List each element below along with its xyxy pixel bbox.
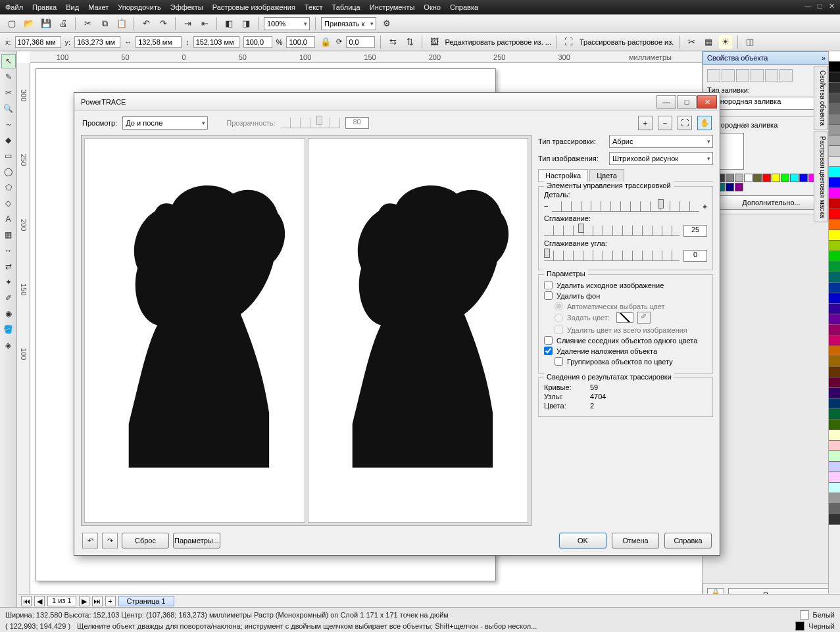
menu-file[interactable]: Файл	[5, 3, 23, 11]
palette-color[interactable]	[829, 304, 840, 314]
detail-minus-icon[interactable]: −	[544, 203, 548, 210]
palette-color[interactable]	[829, 420, 840, 430]
redo-button[interactable]: ↷	[102, 533, 118, 548]
help-button[interactable]: Справка	[664, 533, 712, 548]
palette-color[interactable]	[829, 178, 840, 188]
dialog-minimize-icon[interactable]: —	[656, 95, 676, 109]
app-launch-icon[interactable]: ◧	[222, 17, 235, 30]
palette-color[interactable]	[829, 251, 840, 262]
detail-plus-icon[interactable]: +	[703, 203, 707, 210]
y-field[interactable]: 163,273 мм	[74, 36, 120, 48]
fill-tab-4[interactable]	[751, 69, 764, 82]
dimension-tool[interactable]: ↔	[1, 243, 16, 258]
menu-help[interactable]: Справка	[450, 3, 478, 11]
zoom-combo[interactable]: 100%	[264, 17, 310, 30]
fill-tab-2[interactable]	[722, 69, 735, 82]
trace-type-combo[interactable]: Абрис	[609, 135, 713, 148]
palette-color[interactable]	[829, 104, 840, 114]
options-icon[interactable]: ⚙	[380, 17, 393, 30]
scale-x-field[interactable]: 100,0	[243, 36, 272, 48]
scale-y-field[interactable]: 100,0	[286, 36, 315, 48]
trace-bitmap-btn[interactable]: Трассировать растровое из.	[580, 38, 674, 46]
menu-layout[interactable]: Макет	[88, 3, 109, 11]
corner-value[interactable]: 0	[683, 250, 707, 262]
fit-icon[interactable]: ⛶	[678, 116, 692, 130]
palette-color[interactable]	[829, 167, 840, 178]
fill-tool[interactable]: 🪣	[1, 322, 16, 337]
dialog-close-icon[interactable]: ✕	[697, 95, 717, 109]
copy-icon[interactable]: ⧉	[98, 17, 111, 30]
smartfill-tool[interactable]: ◆	[1, 133, 16, 147]
palette-color[interactable]	[829, 262, 840, 272]
swatch[interactable]	[753, 174, 762, 182]
palette-color[interactable]	[829, 209, 840, 220]
page-first-icon[interactable]: ⏮	[21, 596, 32, 606]
freehand-tool[interactable]: ～	[1, 117, 16, 132]
object-properties-header[interactable]: Свойства объекта » ✕	[703, 51, 840, 64]
palette-color[interactable]	[829, 220, 840, 230]
palette-color[interactable]	[829, 135, 840, 146]
crop-icon[interactable]: ✂	[685, 36, 698, 49]
resample-icon[interactable]: ▦	[702, 36, 715, 49]
opt-delete-original[interactable]: Удалить исходное изображение	[544, 281, 707, 289]
dialog-maximize-icon[interactable]: □	[677, 95, 697, 109]
docker-tab-object-props[interactable]: Свойства объекта	[814, 66, 828, 130]
palette-color[interactable]	[829, 114, 840, 125]
palette-color[interactable]	[829, 293, 840, 304]
palette-color[interactable]	[829, 356, 840, 367]
zoom-tool[interactable]: 🔍	[1, 101, 16, 116]
palette-color[interactable]	[829, 493, 840, 504]
palette-color[interactable]	[829, 188, 840, 199]
palette-color[interactable]	[829, 409, 840, 420]
shape-tool[interactable]: ✎	[1, 70, 16, 84]
rectangle-tool[interactable]: ▭	[1, 149, 16, 163]
new-icon[interactable]: ▢	[5, 17, 18, 30]
menu-window[interactable]: Окно	[424, 3, 441, 11]
wrap-icon[interactable]: ◫	[743, 36, 756, 49]
palette-color[interactable]	[829, 125, 840, 135]
paste-icon[interactable]: 📋	[115, 17, 128, 30]
corner-slider[interactable]	[544, 251, 679, 261]
swatch[interactable]	[790, 174, 799, 182]
welcome-icon[interactable]: ◨	[239, 17, 253, 30]
menu-tools[interactable]: Инструменты	[370, 3, 415, 11]
cancel-button[interactable]: Отмена	[612, 533, 659, 548]
palette-color[interactable]	[829, 472, 840, 483]
fill-tab-5[interactable]	[765, 69, 778, 82]
palette-color[interactable]	[829, 514, 840, 525]
zoom-in-icon[interactable]: ＋	[638, 116, 653, 130]
palette-color[interactable]	[829, 146, 840, 157]
interactive-tool[interactable]: ✦	[1, 275, 16, 289]
undo-icon[interactable]: ↶	[139, 17, 153, 30]
palette-color[interactable]	[829, 283, 840, 293]
palette-color[interactable]	[829, 272, 840, 283]
trace-bitmap-icon[interactable]: ⛶	[562, 36, 576, 49]
ellipse-tool[interactable]: ◯	[1, 164, 16, 179]
print-icon[interactable]: 🖨	[57, 17, 70, 30]
palette-color[interactable]	[829, 346, 840, 356]
brightness-icon[interactable]: ☀	[719, 36, 732, 49]
page-last-icon[interactable]: ⏭	[92, 596, 103, 606]
menu-text[interactable]: Текст	[305, 3, 323, 11]
outline-tool[interactable]: ◉	[1, 306, 16, 321]
edit-bitmap-btn[interactable]: Редактировать растровое из. ...	[445, 38, 551, 46]
mirror-v-icon[interactable]: ⇅	[403, 36, 416, 49]
swatch[interactable]	[735, 183, 743, 191]
palette-color[interactable]	[829, 451, 840, 462]
undo-button[interactable]: ↶	[82, 533, 98, 548]
preview-mode-combo[interactable]: До и после	[122, 116, 208, 130]
opt-remove-bg[interactable]: Удалить фон	[544, 291, 707, 300]
detail-slider[interactable]	[552, 201, 699, 212]
preview-after[interactable]	[308, 138, 529, 523]
page-add-icon[interactable]: +	[105, 596, 116, 606]
tab-settings[interactable]: Настройка	[538, 169, 588, 182]
palette-color[interactable]	[829, 462, 840, 472]
palette-color[interactable]	[829, 157, 840, 167]
mirror-h-icon[interactable]: ⇆	[386, 36, 399, 49]
swatch[interactable]	[726, 183, 734, 191]
palette-color[interactable]	[829, 335, 840, 346]
swatch[interactable]	[762, 174, 771, 182]
palette-color[interactable]	[829, 93, 840, 104]
menu-view[interactable]: Вид	[66, 3, 79, 11]
smoothing-value[interactable]: 25	[683, 225, 707, 237]
